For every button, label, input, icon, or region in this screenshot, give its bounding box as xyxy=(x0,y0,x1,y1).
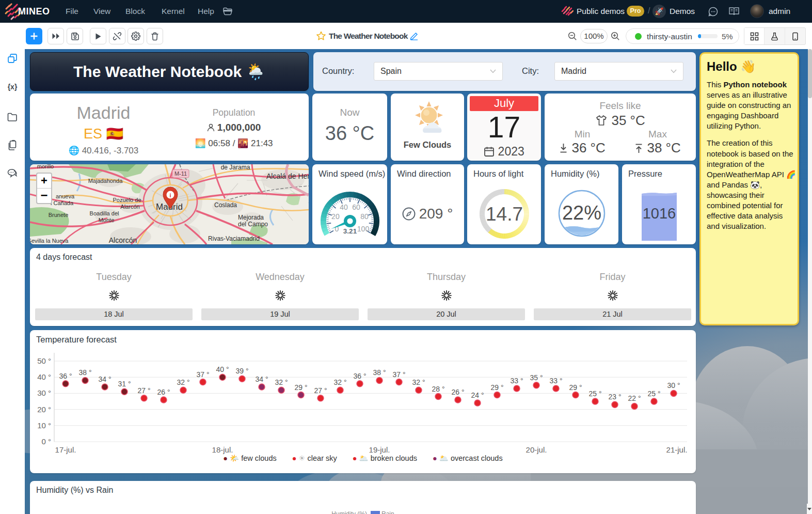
svg-text:18-jul.: 18-jul. xyxy=(212,445,233,454)
svg-text:27 °: 27 ° xyxy=(137,386,150,395)
svg-text:20 °: 20 ° xyxy=(37,405,51,414)
svg-text:34 °: 34 ° xyxy=(98,375,111,383)
svg-text:37 °: 37 ° xyxy=(392,370,405,379)
svg-text:i Cañada: i Cañada xyxy=(51,200,74,206)
svg-text:28 °: 28 ° xyxy=(432,385,444,393)
svg-text:17-jul.: 17-jul. xyxy=(55,445,76,454)
svg-text:21-jul.: 21-jul. xyxy=(666,445,688,454)
svg-text:morillo: morillo xyxy=(37,164,54,169)
svg-text:Alcorcón: Alcorcón xyxy=(109,236,137,244)
svg-text:60: 60 xyxy=(352,203,360,211)
svg-text:32 °: 32 ° xyxy=(177,378,189,386)
svg-text:Alcalá de Her: Alcalá de Her xyxy=(266,172,309,180)
svg-text:34 °: 34 ° xyxy=(255,375,268,383)
svg-text:26 °: 26 ° xyxy=(157,388,170,396)
svg-text:80: 80 xyxy=(360,212,369,221)
svg-text:32 °: 32 ° xyxy=(275,378,288,386)
svg-text:36 °: 36 ° xyxy=(59,372,72,380)
svg-text:38 °: 38 ° xyxy=(373,368,386,377)
svg-text:32 °: 32 ° xyxy=(412,378,425,386)
svg-text:25 °: 25 ° xyxy=(647,390,660,398)
svg-text:20-jul.: 20-jul. xyxy=(526,445,547,454)
svg-text:26 °: 26 ° xyxy=(451,388,464,396)
svg-text:14.7: 14.7 xyxy=(486,204,523,225)
svg-text:36 °: 36 ° xyxy=(353,372,366,380)
svg-text:Majadahonda: Majadahonda xyxy=(88,178,123,184)
svg-text:24 °: 24 ° xyxy=(471,391,484,399)
svg-text:38 °: 38 ° xyxy=(78,368,91,377)
svg-text:22%: 22% xyxy=(562,202,601,224)
svg-text:Monte: Monte xyxy=(99,217,115,223)
svg-text:0 °: 0 ° xyxy=(41,437,51,446)
svg-text:29 °: 29 ° xyxy=(294,383,307,392)
svg-text:100: 100 xyxy=(357,225,370,233)
svg-text:40: 40 xyxy=(340,203,348,211)
svg-text:Mejorada: Mejorada xyxy=(238,214,264,221)
svg-text:33 °: 33 ° xyxy=(510,377,523,385)
svg-text:30 °: 30 ° xyxy=(667,381,680,390)
svg-text:19-jul.: 19-jul. xyxy=(369,445,390,454)
svg-text:Alarcón: Alarcón xyxy=(120,204,139,210)
svg-text:3.21: 3.21 xyxy=(343,227,357,235)
svg-text:22 °: 22 ° xyxy=(628,394,641,402)
svg-text:39 °: 39 ° xyxy=(235,367,248,375)
svg-text:10 °: 10 ° xyxy=(37,421,51,430)
svg-text:1016: 1016 xyxy=(643,205,676,222)
svg-text:anueva: anueva xyxy=(56,193,75,199)
svg-text:23 °: 23 ° xyxy=(608,393,621,401)
svg-text:Coslada: Coslada xyxy=(214,201,237,209)
svg-text:32 °: 32 ° xyxy=(333,378,346,386)
svg-text:33 °: 33 ° xyxy=(549,377,562,385)
svg-text:31 °: 31 ° xyxy=(118,380,131,388)
svg-text:40 °: 40 ° xyxy=(37,372,51,381)
svg-text:M-11: M-11 xyxy=(174,170,187,177)
svg-text:20: 20 xyxy=(331,212,340,221)
svg-text:37 °: 37 ° xyxy=(196,370,209,379)
svg-text:del Campo: del Campo xyxy=(238,221,268,228)
svg-text:Pozuelo de: Pozuelo de xyxy=(113,197,141,203)
svg-text:29 °: 29 ° xyxy=(569,383,582,392)
svg-text:i: i xyxy=(169,192,171,198)
svg-text:25 °: 25 ° xyxy=(588,390,601,398)
svg-text:40 °: 40 ° xyxy=(216,365,229,373)
svg-text:27 °: 27 ° xyxy=(314,386,327,395)
svg-text:35 °: 35 ° xyxy=(530,373,543,382)
svg-text:30 °: 30 ° xyxy=(37,388,51,397)
svg-text:50 °: 50 ° xyxy=(37,356,51,365)
svg-text:Rivas-Vaciamadrid: Rivas-Vaciamadrid xyxy=(208,235,260,242)
svg-text:de Jarama: de Jarama xyxy=(221,164,250,171)
svg-text:Sevilla la Nueva: Sevilla la Nueva xyxy=(30,238,69,244)
svg-text:Brunete: Brunete xyxy=(49,212,69,218)
svg-text:Boadilla del: Boadilla del xyxy=(90,210,119,216)
svg-text:29 °: 29 ° xyxy=(490,383,503,392)
